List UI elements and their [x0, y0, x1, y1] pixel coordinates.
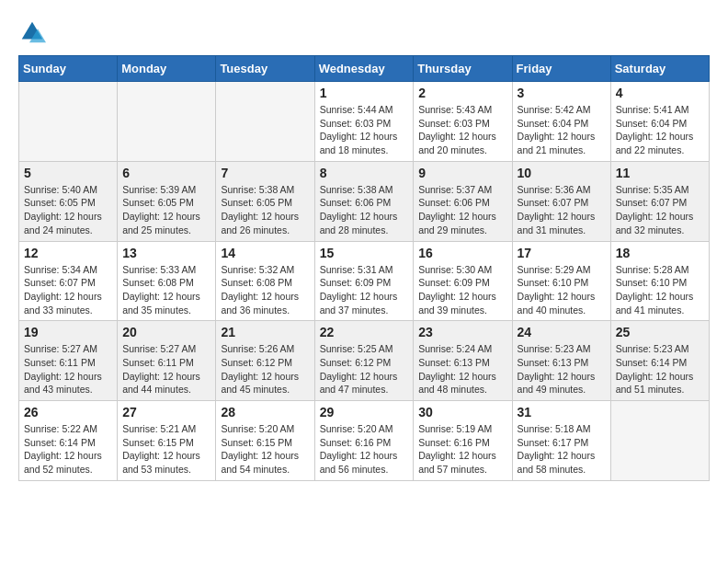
calendar-cell: 30Sunrise: 5:19 AM Sunset: 6:16 PM Dayli… — [414, 401, 512, 481]
day-info: Sunrise: 5:43 AM Sunset: 6:03 PM Dayligh… — [418, 103, 506, 157]
calendar-cell: 20Sunrise: 5:27 AM Sunset: 6:11 PM Dayli… — [118, 321, 216, 401]
day-number: 20 — [122, 325, 210, 339]
weekday-header-wednesday: Wednesday — [314, 56, 414, 82]
day-info: Sunrise: 5:21 AM Sunset: 6:15 PM Dayligh… — [122, 422, 210, 477]
day-info: Sunrise: 5:23 AM Sunset: 6:13 PM Dayligh… — [518, 342, 606, 396]
calendar-cell — [216, 82, 314, 162]
day-number: 4 — [616, 86, 704, 100]
day-info: Sunrise: 5:40 AM Sunset: 6:05 PM Dayligh… — [24, 183, 112, 237]
calendar-cell: 1Sunrise: 5:44 AM Sunset: 6:03 PM Daylig… — [314, 82, 414, 162]
calendar-cell: 13Sunrise: 5:33 AM Sunset: 6:08 PM Dayli… — [118, 241, 216, 321]
calendar-cell: 5Sunrise: 5:40 AM Sunset: 6:05 PM Daylig… — [19, 161, 118, 241]
day-info: Sunrise: 5:33 AM Sunset: 6:08 PM Dayligh… — [122, 263, 210, 317]
calendar-cell — [118, 82, 216, 162]
day-info: Sunrise: 5:39 AM Sunset: 6:05 PM Dayligh… — [122, 183, 210, 237]
calendar-cell: 11Sunrise: 5:35 AM Sunset: 6:07 PM Dayli… — [610, 161, 709, 241]
calendar-cell: 12Sunrise: 5:34 AM Sunset: 6:07 PM Dayli… — [19, 241, 118, 321]
day-number: 12 — [24, 246, 112, 260]
day-number: 29 — [320, 405, 409, 419]
day-info: Sunrise: 5:28 AM Sunset: 6:10 PM Dayligh… — [616, 263, 704, 317]
day-info: Sunrise: 5:38 AM Sunset: 6:05 PM Dayligh… — [221, 183, 309, 237]
day-info: Sunrise: 5:20 AM Sunset: 6:15 PM Dayligh… — [221, 422, 309, 477]
day-number: 28 — [221, 405, 309, 419]
calendar-week-row: 5Sunrise: 5:40 AM Sunset: 6:05 PM Daylig… — [19, 161, 710, 241]
calendar-cell: 10Sunrise: 5:36 AM Sunset: 6:07 PM Dayli… — [512, 161, 610, 241]
day-number: 26 — [24, 405, 112, 419]
day-number: 24 — [518, 325, 606, 339]
calendar-week-row: 12Sunrise: 5:34 AM Sunset: 6:07 PM Dayli… — [19, 241, 710, 321]
calendar-cell: 27Sunrise: 5:21 AM Sunset: 6:15 PM Dayli… — [118, 401, 216, 481]
day-info: Sunrise: 5:44 AM Sunset: 6:03 PM Dayligh… — [320, 103, 409, 157]
calendar-cell: 15Sunrise: 5:31 AM Sunset: 6:09 PM Dayli… — [314, 241, 414, 321]
day-info: Sunrise: 5:24 AM Sunset: 6:13 PM Dayligh… — [418, 342, 506, 396]
logo — [18, 18, 50, 46]
day-number: 19 — [24, 325, 112, 339]
day-number: 1 — [320, 86, 409, 100]
weekday-header-saturday: Saturday — [610, 56, 709, 82]
day-number: 9 — [418, 166, 506, 180]
day-info: Sunrise: 5:37 AM Sunset: 6:06 PM Dayligh… — [418, 183, 506, 237]
day-info: Sunrise: 5:32 AM Sunset: 6:08 PM Dayligh… — [221, 263, 309, 317]
weekday-header-monday: Monday — [118, 56, 216, 82]
day-number: 17 — [518, 246, 606, 260]
day-number: 3 — [518, 86, 606, 100]
calendar-cell: 22Sunrise: 5:25 AM Sunset: 6:12 PM Dayli… — [314, 321, 414, 401]
calendar-cell: 3Sunrise: 5:42 AM Sunset: 6:04 PM Daylig… — [512, 82, 610, 162]
day-number: 5 — [24, 166, 112, 180]
calendar-cell — [610, 401, 709, 481]
day-info: Sunrise: 5:29 AM Sunset: 6:10 PM Dayligh… — [518, 263, 606, 317]
day-number: 13 — [122, 246, 210, 260]
day-number: 18 — [616, 246, 704, 260]
calendar-week-row: 19Sunrise: 5:27 AM Sunset: 6:11 PM Dayli… — [19, 321, 710, 401]
calendar-cell: 17Sunrise: 5:29 AM Sunset: 6:10 PM Dayli… — [512, 241, 610, 321]
day-number: 31 — [518, 405, 606, 419]
day-info: Sunrise: 5:26 AM Sunset: 6:12 PM Dayligh… — [221, 342, 309, 396]
weekday-header-thursday: Thursday — [414, 56, 512, 82]
calendar-cell — [19, 82, 118, 162]
day-info: Sunrise: 5:27 AM Sunset: 6:11 PM Dayligh… — [24, 342, 112, 396]
day-info: Sunrise: 5:19 AM Sunset: 6:16 PM Dayligh… — [418, 422, 506, 477]
calendar-cell: 14Sunrise: 5:32 AM Sunset: 6:08 PM Dayli… — [216, 241, 314, 321]
day-info: Sunrise: 5:30 AM Sunset: 6:09 PM Dayligh… — [418, 263, 506, 317]
weekday-header-friday: Friday — [512, 56, 610, 82]
calendar-cell: 6Sunrise: 5:39 AM Sunset: 6:05 PM Daylig… — [118, 161, 216, 241]
calendar-week-row: 1Sunrise: 5:44 AM Sunset: 6:03 PM Daylig… — [19, 82, 710, 162]
calendar-cell: 19Sunrise: 5:27 AM Sunset: 6:11 PM Dayli… — [19, 321, 118, 401]
day-number: 7 — [221, 166, 309, 180]
calendar-cell: 25Sunrise: 5:23 AM Sunset: 6:14 PM Dayli… — [610, 321, 709, 401]
day-number: 14 — [221, 246, 309, 260]
calendar-cell: 7Sunrise: 5:38 AM Sunset: 6:05 PM Daylig… — [216, 161, 314, 241]
day-number: 21 — [221, 325, 309, 339]
day-number: 25 — [616, 325, 704, 339]
day-info: Sunrise: 5:27 AM Sunset: 6:11 PM Dayligh… — [122, 342, 210, 396]
day-number: 11 — [616, 166, 704, 180]
calendar-cell: 23Sunrise: 5:24 AM Sunset: 6:13 PM Dayli… — [414, 321, 512, 401]
calendar-cell: 29Sunrise: 5:20 AM Sunset: 6:16 PM Dayli… — [314, 401, 414, 481]
calendar-cell: 2Sunrise: 5:43 AM Sunset: 6:03 PM Daylig… — [414, 82, 512, 162]
day-info: Sunrise: 5:23 AM Sunset: 6:14 PM Dayligh… — [616, 342, 704, 396]
calendar-cell: 16Sunrise: 5:30 AM Sunset: 6:09 PM Dayli… — [414, 241, 512, 321]
page-header — [18, 18, 710, 46]
day-number: 30 — [418, 405, 506, 419]
day-number: 2 — [418, 86, 506, 100]
calendar-week-row: 26Sunrise: 5:22 AM Sunset: 6:14 PM Dayli… — [19, 401, 710, 481]
day-info: Sunrise: 5:41 AM Sunset: 6:04 PM Dayligh… — [616, 103, 704, 157]
day-info: Sunrise: 5:31 AM Sunset: 6:09 PM Dayligh… — [320, 263, 409, 317]
calendar-cell: 18Sunrise: 5:28 AM Sunset: 6:10 PM Dayli… — [610, 241, 709, 321]
day-number: 27 — [122, 405, 210, 419]
day-info: Sunrise: 5:22 AM Sunset: 6:14 PM Dayligh… — [24, 422, 112, 477]
calendar-table: SundayMondayTuesdayWednesdayThursdayFrid… — [18, 55, 710, 481]
day-info: Sunrise: 5:34 AM Sunset: 6:07 PM Dayligh… — [24, 263, 112, 317]
calendar-cell: 28Sunrise: 5:20 AM Sunset: 6:15 PM Dayli… — [216, 401, 314, 481]
logo-icon — [18, 18, 46, 46]
day-number: 6 — [122, 166, 210, 180]
calendar-cell: 21Sunrise: 5:26 AM Sunset: 6:12 PM Dayli… — [216, 321, 314, 401]
calendar-cell: 31Sunrise: 5:18 AM Sunset: 6:17 PM Dayli… — [512, 401, 610, 481]
day-info: Sunrise: 5:36 AM Sunset: 6:07 PM Dayligh… — [518, 183, 606, 237]
weekday-header-sunday: Sunday — [19, 56, 118, 82]
weekday-header-row: SundayMondayTuesdayWednesdayThursdayFrid… — [19, 56, 710, 82]
calendar-cell: 9Sunrise: 5:37 AM Sunset: 6:06 PM Daylig… — [414, 161, 512, 241]
day-info: Sunrise: 5:35 AM Sunset: 6:07 PM Dayligh… — [616, 183, 704, 237]
day-info: Sunrise: 5:20 AM Sunset: 6:16 PM Dayligh… — [320, 422, 409, 477]
day-info: Sunrise: 5:18 AM Sunset: 6:17 PM Dayligh… — [518, 422, 606, 477]
